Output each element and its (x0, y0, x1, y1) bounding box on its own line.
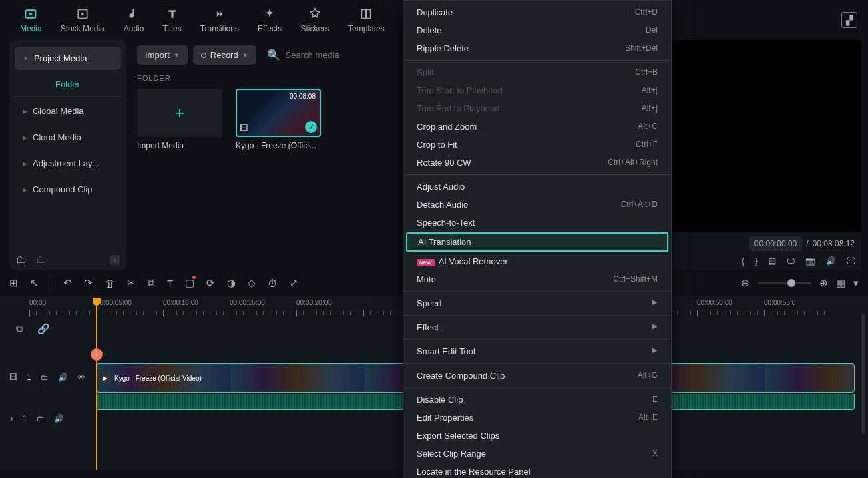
ctx-locate-in-the-resource-panel[interactable]: Locate in the Resource Panel (403, 463, 671, 478)
color-icon[interactable]: ◑ (227, 277, 236, 289)
ctx-disable-clip[interactable]: Disable ClipE (403, 391, 671, 409)
playhead[interactable]: ‹ (96, 299, 97, 470)
ctx-crop-and-zoom[interactable]: Crop and ZoomAlt+C (403, 117, 671, 136)
view-grid-icon[interactable]: ▦ (836, 277, 845, 289)
link-icon[interactable]: 🔗 (37, 323, 50, 335)
camera-icon[interactable]: 📷 (805, 256, 815, 266)
ctx-effect[interactable]: Effect▶ (403, 318, 671, 336)
new-folder-icon[interactable]: 🗀 (16, 254, 27, 266)
transitions-icon (212, 7, 227, 21)
media-label: Kygo - Freeze (Official ... (236, 141, 321, 150)
ctx-detach-audio[interactable]: Detach AudioCtrl+Alt+D (403, 196, 671, 214)
tab-titles[interactable]: Titles (153, 4, 190, 36)
folder-icon[interactable]: 🗀 (41, 373, 49, 382)
record-button[interactable]: Record▼ (193, 45, 256, 65)
ctx-select-clip-range[interactable]: Select Clip RangeX (403, 445, 671, 463)
ctx-speed[interactable]: Speed▶ (403, 294, 671, 312)
eye-icon[interactable]: 👁 (77, 373, 85, 382)
collapse-sidebar-icon[interactable]: ‹ (110, 255, 120, 265)
sidebar-label: Folder (55, 79, 80, 89)
monitor-icon[interactable]: 🖵 (787, 256, 795, 266)
crop-icon[interactable]: ⧉ (148, 277, 155, 289)
caret-down-icon: ▼ (242, 52, 248, 59)
ctx-speech-to-text[interactable]: Speech-to-Text (403, 214, 671, 232)
ctx-ai-vocal-remover[interactable]: NEWAI Vocal Remover (403, 252, 671, 270)
video-track-icon[interactable]: 🎞 (9, 373, 17, 382)
tab-media[interactable]: Media (11, 4, 51, 36)
layout-icon[interactable]: ▤ (769, 256, 776, 266)
playhead-handle[interactable]: ‹ (91, 348, 103, 361)
svg-marker-3 (81, 13, 84, 16)
stock-icon (75, 7, 90, 21)
ctx-mute[interactable]: MuteCtrl+Shift+M (403, 270, 671, 288)
tab-transitions[interactable]: Transitions (191, 4, 248, 36)
media-clip-item[interactable]: 00:08:08 🎞 ✓ Kygo - Freeze (Official ... (236, 89, 321, 150)
undo-icon[interactable]: ↶ (63, 277, 72, 289)
ctx-ai-translation[interactable]: AI Translation (406, 232, 668, 252)
ctx-delete[interactable]: DeleteDel (403, 21, 671, 39)
ctx-duplicate[interactable]: DuplicateCtrl+D (403, 3, 671, 21)
sidebar-project-media[interactable]: ▼Project Media (15, 47, 121, 70)
svg-marker-1 (30, 13, 33, 16)
ctx-smart-edit-tool[interactable]: Smart Edit Tool▶ (403, 342, 671, 361)
ctx-crop-to-fit[interactable]: Crop to FitCtrl+F (403, 136, 671, 154)
options-icon[interactable]: ▾ (853, 277, 859, 289)
zoom-slider[interactable] (758, 282, 811, 284)
mute-icon[interactable]: 🔊 (58, 373, 68, 382)
tab-label: Transitions (200, 24, 239, 33)
speed-icon[interactable]: ⟳ (206, 277, 215, 289)
cut-icon[interactable]: ✂ (127, 277, 136, 289)
ctx-create-compound-clip[interactable]: Create Compound ClipAlt+G (403, 367, 671, 385)
mute-icon[interactable]: 🔊 (54, 414, 64, 423)
volume-icon[interactable]: 🔊 (826, 256, 836, 266)
tab-effects[interactable]: Effects (248, 4, 291, 36)
play-icon: ▶ (101, 373, 110, 383)
sidebar-folder[interactable]: Folder (15, 73, 121, 97)
sidebar-cloud-media[interactable]: ▶Cloud Media (15, 126, 121, 149)
sidebar-adjustment-layer[interactable]: ▶Adjustment Lay... (15, 152, 121, 175)
ctx-export-selected-clips[interactable]: Export Selected Clips (403, 427, 671, 445)
sidebar-label: Cloud Media (33, 132, 81, 142)
folder-icon[interactable]: 🗀 (37, 414, 45, 423)
stickers-icon (308, 7, 322, 21)
ctx-adjust-audio[interactable]: Adjust Audio (403, 178, 671, 196)
svg-rect-5 (367, 9, 371, 18)
ctx-edit-properties[interactable]: Edit PropertiesAlt+E (403, 409, 671, 427)
keyframe-icon[interactable]: ◇ (248, 277, 256, 289)
zoom-out-icon[interactable]: ⊖ (741, 277, 750, 289)
tab-templates[interactable]: Templates (339, 4, 394, 36)
frame-icon[interactable]: ▢ (185, 277, 194, 289)
scrollbar[interactable] (861, 314, 865, 434)
add-icon: + (137, 89, 222, 137)
tab-stickers[interactable]: Stickers (291, 4, 339, 36)
redo-icon[interactable]: ↷ (84, 277, 93, 289)
time-separator: / (806, 239, 808, 248)
import-media-item[interactable]: + Import Media (137, 89, 222, 150)
audio-icon (126, 7, 141, 21)
tab-stock-media[interactable]: Stock Media (51, 4, 114, 36)
audio-track-icon[interactable]: ♪ (9, 414, 13, 423)
ctx-rotate-90-cw[interactable]: Rotate 90 CWCtrl+Alt+Right (403, 154, 671, 172)
expand-icon[interactable]: ⤢ (290, 277, 298, 289)
sidebar-compound-clip[interactable]: ▶Compound Clip (15, 178, 121, 201)
text-icon[interactable]: T (167, 278, 173, 289)
delete-icon[interactable]: 🗑 (105, 278, 115, 289)
snapshot-icon[interactable]: ▞ (841, 12, 857, 28)
timer-icon[interactable]: ⏱ (268, 278, 278, 289)
copy-icon[interactable]: ⧉ (16, 323, 23, 334)
ctx-ripple-delete[interactable]: Ripple DeleteShift+Del (403, 39, 671, 57)
zoom-in-icon[interactable]: ⊕ (819, 277, 828, 289)
fullscreen-icon[interactable]: ⛶ (847, 256, 855, 266)
import-button[interactable]: Import▼ (137, 45, 188, 65)
brace-open-icon[interactable]: { (742, 256, 744, 266)
sidebar-global-media[interactable]: ▶Global Media (15, 99, 121, 123)
grid-icon[interactable]: ⊞ (9, 277, 18, 289)
pointer-icon[interactable]: ↖ (30, 277, 39, 289)
brace-close-icon[interactable]: } (755, 256, 758, 266)
folder-icon[interactable]: 🗀 (36, 254, 47, 266)
track-number: 1 (23, 414, 27, 423)
current-time: 00:00:00:00 (749, 236, 802, 251)
tab-audio[interactable]: Audio (114, 4, 154, 36)
sidebar-label: Compound Clip (33, 184, 93, 194)
sidebar: ▼Project Media Folder ▶Global Media ▶Clo… (9, 40, 126, 270)
